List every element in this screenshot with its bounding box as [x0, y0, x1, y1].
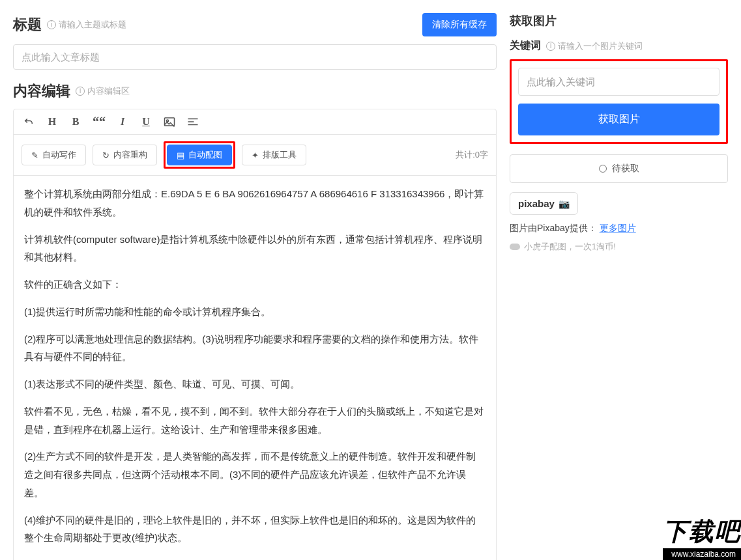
title-hint: i 请输入主题或标题 — [47, 19, 126, 31]
keyword-input[interactable] — [518, 68, 719, 96]
paragraph: (2)生产方式不同的软件是开发，是人类智能的高发挥，而不是传统意义上的硬件制造。… — [24, 447, 486, 501]
rebuild-button[interactable]: ↻ 内容重构 — [93, 145, 157, 165]
paragraph: (1)提供运行时所需功能和性能的命令或计算机程序集合。 — [24, 303, 486, 321]
clear-cache-button[interactable]: 清除所有缓存 — [422, 13, 497, 36]
svg-point-1 — [167, 120, 169, 122]
paragraph: 软件的正确含义如下： — [24, 275, 486, 294]
fetch-image-button[interactable]: 获取图片 — [518, 104, 719, 135]
cloud-icon — [510, 244, 520, 250]
info-icon: i — [47, 20, 56, 29]
provider-line: 图片由Pixabay提供： 更多图片 — [510, 223, 728, 234]
editor-section-header: 内容编辑 i 内容编辑区 — [13, 81, 497, 101]
layout-tool-button[interactable]: ✦ 排版工具 — [242, 145, 306, 165]
title-input[interactable] — [13, 44, 497, 70]
paragraph: (2)程序可以满意地处理信息的数据结构。(3)说明程序功能要求和程序需要的文档的… — [24, 330, 486, 367]
editor-label: 内容编辑 — [13, 81, 70, 101]
circle-icon — [599, 165, 607, 173]
paragraph: (4)维护不同的硬件是旧的，理论上软件是旧的，并不坏，但实际上软件也是旧的和坏的… — [24, 511, 486, 548]
refresh-icon: ↻ — [102, 150, 109, 160]
heading-icon[interactable]: H — [45, 115, 59, 129]
auto-image-button[interactable]: ▤ 自动配图 — [167, 145, 232, 165]
wand-icon: ✦ — [252, 150, 259, 160]
footer-note: 小虎子配图，一次1淘币! — [510, 241, 728, 253]
paragraph: (1)表达形式不同的硬件类型、颜色、味道、可见、可摸、可闻。 — [24, 375, 486, 393]
highlight-auto-image: ▤ 自动配图 — [164, 141, 235, 169]
keyword-hint: i 请输入一个图片关键词 — [546, 40, 643, 52]
pencil-icon: ✎ — [31, 150, 38, 160]
camera-icon: 📷 — [559, 199, 570, 209]
watermark: 下载吧 www.xiazaiba.com — [663, 515, 741, 560]
image-icon[interactable] — [162, 115, 177, 129]
more-images-link[interactable]: 更多图片 — [600, 223, 636, 233]
editor-hint: i 内容编辑区 — [76, 85, 130, 97]
editor-box: H B ““ I U ✎ 自动写作 ↻ 内容重构 — [13, 109, 497, 560]
paragraph: 计算机软件(computer software)是指计算机系统中除硬件以外的所有… — [24, 231, 486, 267]
fetch-status: 待获取 — [510, 154, 728, 183]
bold-icon[interactable]: B — [68, 115, 83, 129]
title-section-header: 标题 i 请输入主题或标题 清除所有缓存 — [13, 13, 497, 36]
sidebar-title: 获取图片 — [510, 13, 728, 29]
format-toolbar: H B ““ I U — [14, 109, 496, 135]
content-area[interactable]: 整个计算机系统由两部分组成：E.69DA 5 E 6 BA 9062616964… — [14, 176, 496, 560]
paragraph: 整个计算机系统由两部分组成：E.69DA 5 E 6 BA 9062616964… — [24, 185, 486, 221]
char-count: 共计:0字 — [456, 149, 488, 161]
highlight-keyword-box: 获取图片 — [510, 59, 728, 144]
align-icon[interactable] — [186, 115, 200, 129]
italic-icon[interactable]: I — [115, 115, 130, 129]
action-toolbar: ✎ 自动写作 ↻ 内容重构 ▤ 自动配图 ✦ 排版工具 — [14, 135, 496, 176]
columns-icon: ▤ — [177, 150, 184, 160]
underline-icon[interactable]: U — [139, 115, 153, 129]
pixabay-badge: pixabay 📷 — [510, 192, 578, 215]
info-icon: i — [76, 87, 85, 96]
keyword-label: 关键词 — [510, 39, 541, 53]
auto-write-button[interactable]: ✎ 自动写作 — [22, 145, 86, 165]
title-label: 标题 — [13, 15, 42, 35]
paragraph: 软件看不见，无色，枯燥，看不见，摸不到，闻不到。软件大部分存在于人们的头脑或纸上… — [24, 402, 486, 439]
info-icon: i — [546, 42, 555, 51]
undo-icon[interactable] — [22, 115, 36, 129]
quote-icon[interactable]: ““ — [92, 115, 106, 129]
